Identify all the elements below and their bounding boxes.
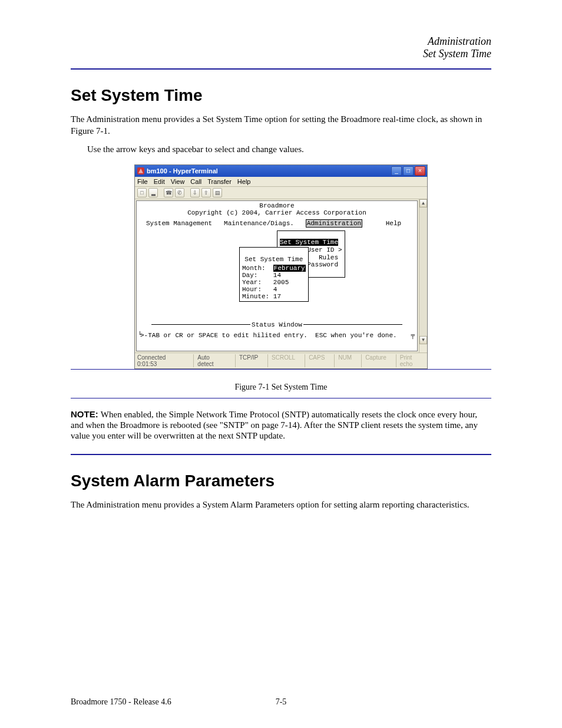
month-label: Month: [242, 265, 266, 272]
minimize-button[interactable]: _ [391, 166, 402, 176]
note-text: When enabled, the Simple Network Time Pr… [71, 410, 478, 440]
note-rule [71, 454, 491, 455]
status-protocol: TCP/IP [235, 354, 258, 367]
status-caps: CAPS [305, 354, 325, 367]
figure-caption: Figure 7-1 Set System Time [71, 383, 491, 392]
titlebar[interactable]: bm100 - HyperTerminal _ □ × [135, 165, 427, 177]
send-icon[interactable]: ⇩ [190, 188, 200, 197]
header-rule [71, 68, 491, 70]
dropdown-set-system-time[interactable]: Set System Time [280, 239, 338, 246]
instruction-paragraph: Use the arrow keys and spacebar to selec… [87, 143, 491, 155]
open-icon[interactable]: ▂ [148, 188, 158, 197]
term-topmenu[interactable]: System Management Maintenance/Diags. Adm… [138, 220, 416, 227]
menu-edit[interactable]: Edit [154, 178, 165, 185]
intro-paragraph: The Administration menu provides a Set S… [71, 113, 491, 137]
window-title: bm100 - HyperTerminal [147, 167, 218, 174]
term-copyright: Copyright (c) 2004, Carrier Access Corpo… [138, 209, 416, 216]
status-capture: Capture [361, 354, 386, 367]
terminal[interactable]: Broadmore Copyright (c) 2004, Carrier Ac… [136, 200, 418, 351]
scroll-up-button[interactable]: ▲ [419, 199, 427, 207]
note-label: NOTE: [71, 409, 101, 419]
alarm-paragraph: The Administration menu provides a Syste… [71, 499, 491, 510]
note-block: NOTE: When enabled, the Simple Network T… [71, 409, 491, 441]
set-system-time-dialog[interactable]: Set System TimeMonth: February Day: 14 Y… [239, 247, 309, 302]
disconnect-icon[interactable]: ✆ [175, 188, 184, 197]
month-field[interactable]: February [273, 265, 306, 272]
menu-transfer[interactable]: Transfer [207, 178, 232, 185]
day-field[interactable]: 14 [273, 272, 281, 279]
term-brand: Broadmore [138, 202, 416, 209]
app-icon [137, 167, 144, 174]
status-scroll: SCROLL [267, 354, 295, 367]
status-num: NUM [334, 354, 352, 367]
figure-bottom-rule [71, 398, 491, 398]
properties-icon[interactable]: ▤ [213, 188, 222, 197]
scrollbar-corner [419, 344, 427, 353]
scroll-down-button[interactable]: ▼ [419, 336, 427, 344]
hyperterminal-window: bm100 - HyperTerminal _ □ × File Edit Vi… [134, 164, 428, 369]
year-field[interactable]: 2005 [273, 279, 289, 286]
hour-label: Hour: [242, 286, 262, 293]
status-connected: Connected 0:01:53 [137, 354, 184, 367]
section-heading-set-system-time: Set System Time [71, 86, 491, 105]
year-label: Year: [242, 279, 262, 286]
vertical-scrollbar[interactable]: ▲ ▼ [419, 199, 427, 353]
minute-field[interactable]: 17 [273, 293, 281, 300]
status-autodetect: Auto detect [193, 354, 226, 367]
footer-left: Broadmore 1750 - Release 4.6 [71, 697, 171, 707]
receive-icon[interactable]: ⇧ [201, 188, 211, 197]
dialog-title: Set System Time [242, 256, 306, 263]
hint-right-glyph: ╤ [411, 332, 415, 339]
minute-label: Minute: [242, 293, 269, 300]
close-button[interactable]: × [415, 166, 425, 176]
connect-icon[interactable]: ☎ [164, 188, 173, 197]
day-label: Day: [242, 272, 257, 279]
figure-container: bm100 - HyperTerminal _ □ × File Edit Vi… [71, 164, 491, 369]
page-footer: Broadmore 1750 - Release 4.6 7-5 [71, 697, 491, 707]
window-controls: _ □ × [391, 166, 425, 176]
menu-view[interactable]: View [171, 178, 185, 185]
menu-call[interactable]: Call [190, 178, 201, 185]
nav-help[interactable]: Help [386, 220, 401, 227]
maximize-button[interactable]: □ [403, 166, 414, 176]
status-bar: Connected 0:01:53 Auto detect TCP/IP SCR… [135, 353, 427, 368]
nav-administration[interactable]: Administration [306, 219, 362, 228]
section-heading-system-alarm-parameters: System Alarm Parameters [71, 472, 491, 490]
menu-help[interactable]: Help [237, 178, 251, 185]
toolbar-separator [186, 188, 189, 197]
nav-system-management[interactable]: System Management [146, 220, 212, 227]
status-printecho: Print echo [396, 354, 425, 367]
status-window-rule: Status Window [139, 321, 415, 328]
menu-bar[interactable]: File Edit View Call Transfer Help [135, 177, 427, 187]
toolbar-separator [160, 188, 162, 197]
terminal-area: Broadmore Copyright (c) 2004, Carrier Ac… [135, 199, 427, 353]
running-header: Administration Set System Time [71, 35, 491, 60]
hour-field[interactable]: 4 [273, 286, 277, 293]
toolbar: □ ▂ ☎ ✆ ⇩ ⇧ ▤ [135, 187, 427, 199]
new-icon[interactable]: □ [137, 188, 147, 197]
nav-maintenance[interactable]: Maintenance/Diags. [224, 220, 294, 227]
header-chapter: Administration [71, 35, 491, 48]
hint-text: >-TAB or CR or SPACE to edit hilited ent… [140, 332, 397, 339]
header-section: Set System Time [71, 48, 491, 60]
menu-file[interactable]: File [137, 178, 148, 185]
figure-top-rule [71, 369, 491, 370]
